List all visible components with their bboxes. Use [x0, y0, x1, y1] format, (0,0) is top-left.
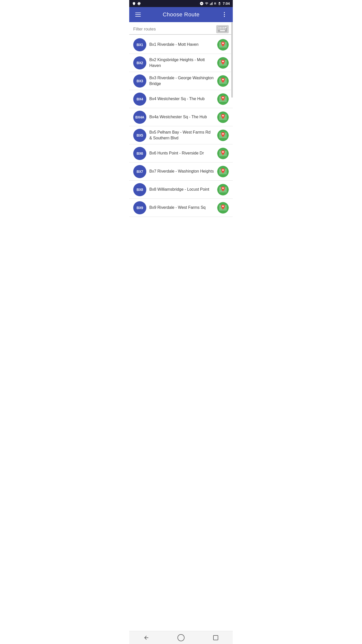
- map-pin-icon[interactable]: [217, 202, 229, 214]
- map-pin-icon[interactable]: [217, 184, 229, 195]
- svg-point-31: [222, 61, 224, 62]
- svg-point-38: [222, 79, 224, 80]
- route-name: Bx4 Westchester Sq - The Hub: [149, 96, 214, 102]
- network-type: R: [214, 2, 216, 5]
- svg-rect-78: [221, 187, 221, 192]
- map-pin-icon[interactable]: [217, 75, 229, 87]
- map-pin-icon[interactable]: [217, 130, 229, 141]
- map-pin-icon[interactable]: [217, 93, 229, 105]
- svg-rect-57: [221, 133, 221, 138]
- svg-rect-15: [223, 28, 224, 29]
- svg-rect-50: [221, 114, 221, 120]
- svg-rect-3: [212, 2, 213, 5]
- route-name: Bx9 Riverdale - West Farms Sq: [149, 205, 214, 210]
- route-item[interactable]: BX2Bx2 Kingsbridge Heights - Mott Haven: [129, 54, 233, 72]
- svg-rect-14: [221, 28, 222, 29]
- svg-rect-1: [211, 3, 211, 5]
- route-badge: BX4: [133, 93, 146, 106]
- hamburger-icon: [135, 13, 141, 17]
- route-badge: BX9: [133, 201, 146, 214]
- filter-row: [129, 22, 233, 35]
- map-pin-icon[interactable]: [217, 148, 229, 159]
- route-badge: BX6: [133, 147, 146, 160]
- route-name: Bx3 Riverdale - George Washington Bridge: [149, 75, 214, 87]
- route-item[interactable]: BX3Bx3 Riverdale - George Washington Bri…: [129, 72, 233, 90]
- svg-rect-64: [221, 151, 221, 156]
- route-badge: BX8: [133, 183, 146, 196]
- route-name: Bx6 Hunts Point - Riverside Dr: [149, 150, 214, 156]
- svg-rect-13: [220, 28, 221, 29]
- route-item[interactable]: BX5Bx5 Pelham Bay - West Farms Rd & Sout…: [129, 126, 233, 144]
- route-item[interactable]: BX8Bx8 Williamsbridge - Locust Point: [129, 181, 233, 199]
- route-item[interactable]: BX9Bx9 Riverdale - West Farms Sq: [129, 199, 233, 217]
- route-name: Bx2 Kingsbridge Heights - Mott Haven: [149, 57, 214, 68]
- route-badge: BX3: [133, 74, 146, 88]
- scrollbar[interactable]: [231, 22, 233, 98]
- android-icon: [137, 2, 141, 5]
- status-left-icons: [132, 2, 141, 5]
- svg-rect-71: [221, 169, 221, 174]
- route-name: Bx7 Riverdale - Washington Heights: [149, 169, 214, 174]
- svg-rect-11: [225, 27, 227, 28]
- svg-point-80: [222, 187, 224, 189]
- more-options-button[interactable]: ⋮: [219, 9, 229, 20]
- svg-point-73: [222, 169, 224, 171]
- route-item[interactable]: BX4Bx4 Westchester Sq - The Hub: [129, 90, 233, 108]
- svg-point-52: [222, 115, 224, 116]
- time: 7:04: [223, 2, 230, 6]
- route-list: BX1Bx1 Riverdale - Mott Haven BX2Bx2 Kin…: [129, 36, 233, 217]
- svg-rect-17: [220, 30, 225, 31]
- svg-rect-4: [219, 3, 220, 5]
- map-pin-icon[interactable]: [217, 111, 229, 123]
- svg-rect-29: [221, 60, 221, 66]
- svg-rect-7: [220, 27, 221, 28]
- status-right-icons: R 7:04: [200, 2, 230, 6]
- wifi-icon: [205, 2, 209, 5]
- map-pin-icon[interactable]: [217, 39, 229, 51]
- svg-point-45: [222, 97, 224, 98]
- keyboard-icon[interactable]: [216, 25, 229, 33]
- route-item[interactable]: BX6Bx6 Hunts Point - Riverside Dr: [129, 144, 233, 163]
- svg-rect-43: [221, 96, 221, 102]
- signal-icon: [210, 2, 213, 5]
- svg-rect-22: [221, 42, 221, 48]
- route-badge: BX5: [133, 129, 146, 142]
- route-name: Bx8 Williamsbridge - Locust Point: [149, 187, 214, 192]
- svg-rect-2: [211, 3, 212, 5]
- svg-rect-36: [221, 78, 221, 84]
- route-name: Bx4a Westchester Sq - The Hub: [149, 114, 214, 120]
- route-name: Bx5 Pelham Bay - West Farms Rd & Souther…: [149, 130, 214, 141]
- svg-rect-10: [224, 27, 225, 28]
- dnd-icon: [200, 2, 204, 6]
- svg-point-66: [222, 151, 224, 153]
- svg-rect-85: [221, 205, 221, 211]
- svg-rect-8: [221, 27, 222, 28]
- battery-icon: [217, 2, 222, 5]
- route-badge: BX4A: [133, 111, 146, 124]
- svg-point-87: [222, 206, 224, 207]
- filter-input[interactable]: [133, 24, 216, 34]
- route-badge: BX2: [133, 56, 146, 69]
- route-item[interactable]: BX4ABx4a Westchester Sq - The Hub: [129, 108, 233, 126]
- route-name: Bx1 Riverdale - Mott Haven: [149, 42, 214, 47]
- svg-point-59: [222, 133, 224, 135]
- route-badge: BX7: [133, 165, 146, 178]
- shield-icon: [132, 2, 136, 5]
- route-item[interactable]: BX1Bx1 Riverdale - Mott Haven: [129, 36, 233, 54]
- status-bar: R 7:04: [129, 0, 233, 7]
- route-item[interactable]: BX7Bx7 Riverdale - Washington Heights: [129, 163, 233, 181]
- svg-rect-9: [223, 27, 224, 28]
- page-title: Choose Route: [163, 11, 200, 18]
- svg-point-24: [222, 43, 224, 44]
- svg-rect-6: [218, 27, 219, 28]
- route-badge: BX1: [133, 38, 146, 51]
- map-pin-icon[interactable]: [217, 166, 229, 177]
- menu-button[interactable]: [133, 11, 143, 19]
- svg-rect-0: [210, 4, 210, 5]
- app-bar: Choose Route ⋮: [129, 7, 233, 22]
- svg-rect-12: [218, 28, 219, 29]
- three-dots-icon: ⋮: [221, 11, 227, 18]
- svg-rect-16: [224, 28, 225, 29]
- map-pin-icon[interactable]: [217, 57, 229, 69]
